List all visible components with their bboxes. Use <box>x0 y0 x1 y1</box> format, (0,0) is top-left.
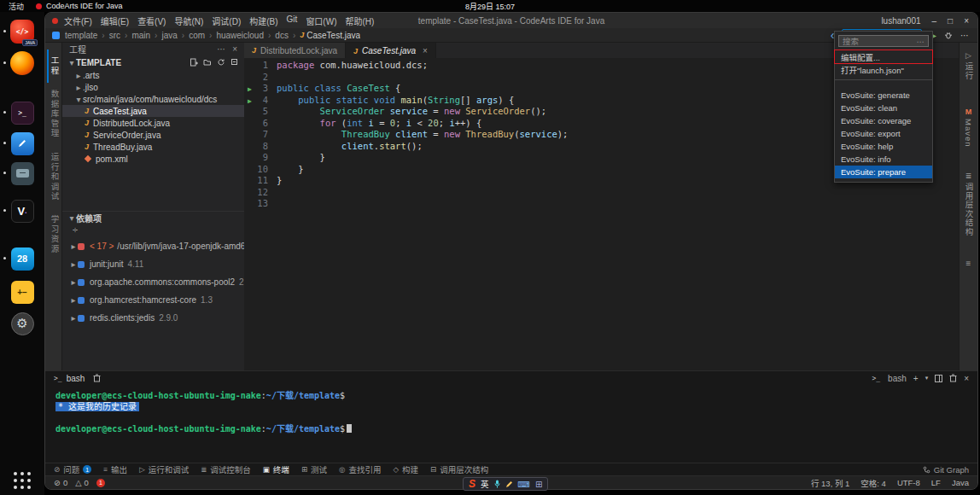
dock-calendar[interactable]: 28 <box>9 246 35 271</box>
panel-tab-调用层次结构[interactable]: ⊟调用层次结构 <box>430 463 488 475</box>
trash-icon[interactable] <box>949 374 957 382</box>
menu-item[interactable]: 帮助(H) <box>345 15 374 27</box>
notification-badge[interactable]: 1 <box>96 479 105 487</box>
dock-video-app[interactable]: V. <box>9 198 35 224</box>
breadcrumb-item[interactable]: template <box>65 31 97 40</box>
outline-icon[interactable]: ≡ <box>966 259 971 268</box>
breadcrumb-item[interactable]: JCaseTest.java <box>300 31 360 40</box>
minimize-button[interactable]: – <box>932 16 937 26</box>
dependency-item[interactable]: ▸junit:junit4.11 <box>62 255 244 273</box>
breadcrumb-item[interactable]: com <box>189 31 205 40</box>
tree-item[interactable]: JThreadBuy.java <box>62 141 244 153</box>
dock-firefox[interactable] <box>9 50 35 76</box>
menu-item[interactable]: 构建(B) <box>249 15 277 27</box>
tree-item[interactable]: JServiceOrder.java <box>62 129 244 141</box>
tree-item[interactable]: ▸.arts <box>62 69 244 81</box>
sidebar-close-icon[interactable]: × <box>232 44 237 54</box>
breadcrumb-item[interactable]: src <box>109 31 120 40</box>
menu-item[interactable]: 窗口(W) <box>306 15 336 27</box>
new-folder-icon[interactable] <box>203 58 212 67</box>
dependency-item[interactable]: ▸org.hamcrest:hamcrest-core1.3 <box>62 291 244 309</box>
panel-tab-运行和调试[interactable]: ▷运行和调试 <box>139 463 189 475</box>
quickpick-item[interactable]: 打开"launch.json" <box>835 63 932 76</box>
ime-language-mode[interactable]: 英 <box>481 478 489 490</box>
tree-item[interactable]: JCaseTest.java <box>62 105 244 117</box>
dependency-item[interactable]: ▸org.apache.commons:commons-pool22.4.2 <box>62 273 244 291</box>
sidebar-more-icon[interactable]: ⋯ <box>217 44 225 54</box>
quickpick-item[interactable]: EvoSuite: prepare <box>835 166 932 178</box>
collapse-all-icon[interactable] <box>230 58 239 67</box>
breadcrumb-item[interactable]: java <box>161 31 177 40</box>
close-button[interactable]: × <box>964 16 969 26</box>
rightbar-item-2[interactable]: MMaven <box>964 108 973 148</box>
shell-selector[interactable]: bash <box>888 374 907 383</box>
keyboard-icon[interactable]: ⌨ <box>518 480 530 489</box>
quickpick-item[interactable]: EvoSuite: clean <box>835 102 932 114</box>
close-tab-icon[interactable]: × <box>423 46 428 55</box>
add-dependency-button[interactable]: ÷ <box>62 224 244 237</box>
dock-calculator[interactable]: +− <box>9 279 35 305</box>
kill-terminal-icon[interactable] <box>93 374 101 382</box>
activity-item-数据库管理[interactable]: 数据库管理 <box>47 83 61 146</box>
menu-item[interactable]: 导航(N) <box>174 15 203 27</box>
indentation-setting[interactable]: 空格: 4 <box>860 477 886 489</box>
maximize-button[interactable]: □ <box>948 16 953 26</box>
eol-setting[interactable]: LF <box>931 478 941 487</box>
pen-icon[interactable] <box>505 480 513 488</box>
tree-item[interactable]: ▸.jlso <box>62 81 244 93</box>
system-clock[interactable]: 8月29日 15:07 <box>465 1 515 12</box>
language-mode[interactable]: Java <box>952 478 969 487</box>
panel-tab-调试控制台[interactable]: ≣调试控制台 <box>201 463 251 475</box>
quickpick-item[interactable]: EvoSuite: export <box>835 127 932 140</box>
account-name[interactable]: lushan001 <box>881 16 920 26</box>
new-file-icon[interactable] <box>190 58 198 67</box>
run-main-icon[interactable]: ▶ <box>248 84 252 96</box>
panel-tab-构建[interactable]: ◇构建 <box>393 463 418 475</box>
menu-item[interactable]: 查看(V) <box>137 15 166 27</box>
rightbar-item-3[interactable]: ≣调用层次结构 <box>963 172 975 236</box>
breadcrumb-item[interactable]: dcs <box>275 31 289 40</box>
ime-panel-icon[interactable]: ⊞ <box>535 480 542 489</box>
breadcrumb-item[interactable]: huaweicloud <box>216 31 264 40</box>
quickpick-item[interactable]: 编辑配置... <box>835 50 932 63</box>
run-main-icon[interactable]: ▶ <box>248 96 252 108</box>
tree-item[interactable]: ▾src/main/java/com/huaweicloud/dcs <box>62 93 244 105</box>
dock-codearts-ide[interactable]: </> JAVA <box>9 19 35 44</box>
dependency-item[interactable]: ▸redis.clients:jedis2.9.0 <box>62 309 244 327</box>
chevron-down-icon[interactable]: ▾ <box>67 58 76 67</box>
encoding-setting[interactable]: UTF-8 <box>897 478 920 487</box>
menu-item[interactable]: 文件(F) <box>64 15 92 27</box>
project-root-label[interactable]: TEMPLATE <box>76 58 121 67</box>
quickpick-item[interactable]: EvoSuite: coverage <box>835 114 932 127</box>
chevron-down-icon[interactable]: ▾ <box>925 375 929 381</box>
quickpick-item[interactable]: EvoSuite: info <box>835 153 932 166</box>
tree-item[interactable]: JDistributedLock.java <box>62 117 244 129</box>
terminal-tab-label[interactable]: bash <box>67 374 85 383</box>
panel-tab-问题[interactable]: ⊘问题1 <box>54 463 91 475</box>
tab-casetest[interactable]: J CaseTest.java × <box>346 43 436 58</box>
terminal-output[interactable]: developer@ecs-cloud-host-ubuntu-img-nake… <box>45 385 977 463</box>
new-terminal-icon[interactable]: + <box>913 374 919 383</box>
activity-item-工程[interactable]: 工程 <box>47 50 61 83</box>
cursor-position[interactable]: 行 13, 列 1 <box>811 477 849 489</box>
rightbar-item-1[interactable]: ▷运行 <box>963 51 975 80</box>
menu-item[interactable]: 调试(D) <box>212 15 241 27</box>
quickpick-item[interactable]: EvoSuite: help <box>835 140 932 153</box>
more-actions-icon[interactable]: ⋯ <box>960 31 969 40</box>
refresh-icon[interactable] <box>217 58 225 67</box>
sogou-logo-icon[interactable]: S <box>469 478 475 490</box>
git-graph-button[interactable]: Git Graph <box>923 465 969 475</box>
dependency-item[interactable]: ▸< 17 >/usr/lib/jvm/java-17-openjdk-amd6… <box>62 237 244 255</box>
breadcrumb-item[interactable]: main <box>131 31 150 40</box>
activity-item-运行和调试[interactable]: 运行和调试 <box>47 146 61 209</box>
activities-button[interactable]: 活动 <box>9 1 24 12</box>
panel-tab-测试[interactable]: ⊞测试 <box>301 463 327 475</box>
panel-tab-输出[interactable]: ≡输出 <box>103 463 127 475</box>
menu-item[interactable]: Git <box>287 15 298 27</box>
dock-file-manager[interactable] <box>9 160 35 186</box>
panel-tab-终端[interactable]: ▣终端 <box>263 463 289 475</box>
quickpick-item[interactable]: EvoSuite: generate <box>835 89 932 102</box>
quickpick-more-icon[interactable]: ⋯ <box>917 37 925 46</box>
errors-indicator[interactable]: ⊘0 <box>54 478 67 487</box>
split-terminal-icon[interactable] <box>935 375 942 382</box>
